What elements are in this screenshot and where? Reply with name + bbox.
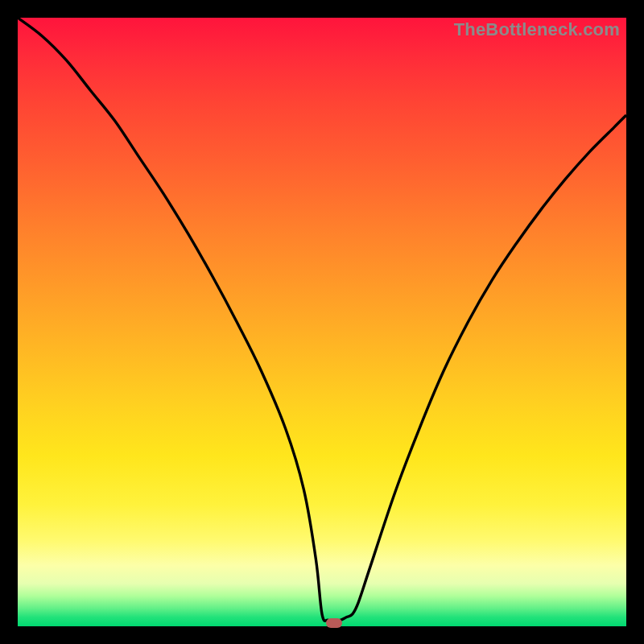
bottleneck-curve: [18, 18, 626, 626]
attribution-label: TheBottleneck.com: [454, 19, 620, 40]
optimal-marker: [326, 618, 342, 628]
plot-area: TheBottleneck.com: [18, 18, 626, 626]
chart-frame: TheBottleneck.com: [0, 0, 644, 644]
